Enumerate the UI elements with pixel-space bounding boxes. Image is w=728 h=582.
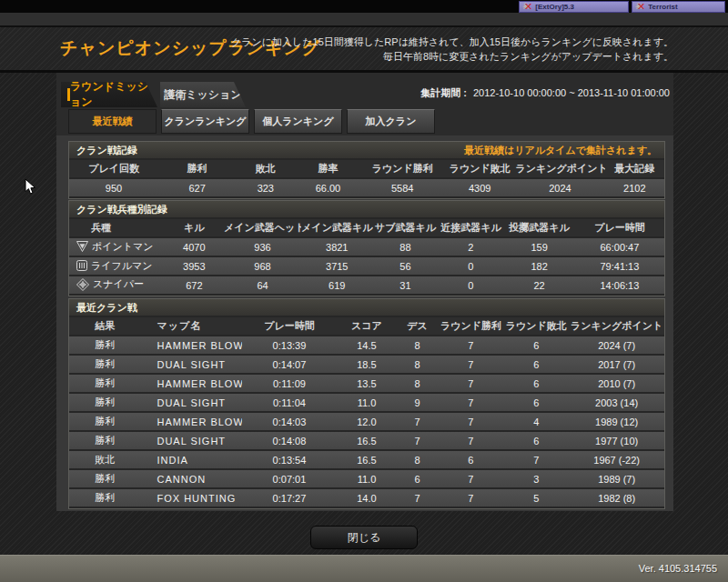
clan-war-row: 勝利 DUAL SIGHT 0:14:08 16.5 7 7 6 1977 (1… [69, 432, 664, 449]
col-main-weapon-headshots: メイン武器ヘッドショット [224, 219, 301, 236]
val-round-losses: 4309 [444, 179, 515, 196]
cell: 22 [503, 276, 574, 294]
class-name-cell: ライフルマン [69, 257, 165, 275]
cell-result: 勝利 [69, 336, 140, 354]
cell: 14:06:13 [575, 276, 664, 294]
cell: 3821 [301, 238, 372, 256]
cell: 31 [373, 276, 439, 294]
class-row-pointman: ポイントマン 4070 936 3821 88 2 159 66:00:47 [69, 238, 664, 256]
tab-round-mission[interactable]: ラウンドミッション [61, 82, 157, 107]
cell-round-losses: 6 [503, 375, 569, 392]
cell-deaths: 8 [397, 451, 439, 468]
cell: 2 [438, 238, 503, 256]
col-main-weapon-kills: メイン武器キル [301, 219, 372, 236]
cell-map-name: HAMMER BLOW [140, 336, 241, 354]
cell-result: 勝利 [69, 470, 140, 487]
clan-war-row: 勝利 CANNON 0:07:01 11.0 6 7 3 1989 (7) [69, 470, 664, 487]
cell-round-wins: 7 [438, 356, 503, 373]
cell-round-wins: 7 [438, 432, 503, 449]
cell-map-name: DUAL SIGHT [140, 432, 241, 449]
sub-tab-bar: 最近戦績 クランランキング 個人ランキング 加入クラン [68, 109, 435, 134]
cell-ranking-points: 1989 (7) [569, 470, 664, 487]
cell: 619 [301, 276, 372, 294]
cell-round-wins: 7 [438, 413, 503, 430]
cell-score: 11.0 [337, 394, 396, 411]
record-header-row: プレイ回数 勝利 敗北 勝率 ラウンド勝利 ラウンド敗北 ランキングポイント 最… [69, 160, 664, 177]
close-button[interactable]: 閉じる [310, 526, 418, 549]
cell: 0 [438, 276, 503, 294]
cell: 936 [224, 238, 301, 256]
cell-map-name: FOX HUNTING [140, 489, 241, 507]
rifleman-icon [76, 260, 87, 271]
aggregation-period-label: 集計期間 : [420, 87, 467, 98]
col-round-wins: ラウンド勝利 [438, 317, 503, 335]
col-result: 結果 [69, 317, 140, 335]
cell-deaths: 6 [397, 470, 439, 487]
cell-map-name: HAMMER BLOW [140, 375, 241, 392]
col-grenade-kills: 投擲武器キル [503, 219, 574, 236]
cell-ranking-points: 1967 (-22) [569, 451, 664, 468]
cell-map-name: CANNON [140, 470, 241, 487]
cell-map-name: DUAL SIGHT [140, 394, 241, 411]
col-kills: キル [165, 219, 224, 236]
hud-dead-player-badge: ☠ ✕ [ExtOry]5.3 [519, 1, 629, 13]
subtab-recent-results[interactable]: 最近戦績 [68, 109, 157, 134]
class-name-cell: スナイパー [69, 276, 165, 294]
cell-play-time: 0:14:07 [242, 356, 338, 373]
class-record-table: 兵種 キル メイン武器ヘッドショット メイン武器キル サブ武器キル 近接武器キル… [69, 217, 664, 296]
cell-deaths: 7 [397, 432, 439, 449]
cell-result: 勝利 [69, 394, 140, 411]
col-ranking-points: ランキングポイント [515, 160, 604, 177]
cell-ranking-points: 1982 (8) [569, 489, 664, 507]
cell-play-time: 0:11:09 [242, 375, 338, 392]
cell: 64 [224, 276, 301, 294]
class-record-section: クラン戦兵種別記録 兵種 キル メイン武器ヘッドショット メイン武器キル サブ武… [68, 200, 665, 296]
cell-round-wins: 6 [438, 451, 503, 468]
clan-war-record-table: プレイ回数 勝利 敗北 勝率 ラウンド勝利 ラウンド敗北 ランキングポイント 最… [69, 158, 664, 198]
cell-round-losses: 3 [503, 470, 569, 487]
cell-round-wins: 7 [438, 470, 503, 487]
subtab-player-ranking[interactable]: 個人ランキング [254, 109, 342, 134]
cell-deaths: 9 [397, 394, 439, 411]
section-title: クラン戦兵種別記録 [76, 203, 167, 216]
cell-result: 勝利 [69, 375, 140, 392]
cell-round-wins: 7 [438, 489, 503, 507]
cell: 3715 [301, 257, 372, 275]
pointman-icon [76, 241, 88, 252]
cell-round-wins: 7 [438, 394, 503, 411]
subtab-joined-clan[interactable]: 加入クラン [347, 109, 435, 134]
sniper-icon [76, 278, 89, 291]
cell-play-time: 0:13:54 [242, 451, 338, 468]
hud-dead-player-badge: ☠ ✕ Terrorist [632, 1, 725, 13]
clan-war-row: 勝利 FOX HUNTING 0:17:27 14.0 7 7 5 1982 (… [69, 489, 664, 507]
col-deaths: デス [397, 317, 439, 335]
cell-deaths: 7 [397, 489, 439, 507]
cell-deaths: 7 [397, 413, 439, 430]
cell-play-time: 0:07:01 [242, 470, 338, 487]
record-value-row: 950 627 323 66.00 5584 4309 2024 2102 [69, 179, 664, 196]
recent-clan-war-table: 結果 マップ名 プレー時間 スコア デス ラウンド勝利 ラウンド敗北 ランキング… [69, 316, 664, 508]
cell-map-name: DUAL SIGHT [140, 356, 241, 373]
cell-ranking-points: 2003 (14) [569, 394, 664, 411]
class-name: ポイントマン [92, 240, 154, 254]
cell-ranking-points: 1989 (12) [569, 413, 664, 430]
class-row-rifleman: ライフルマン 3953 968 3715 56 0 182 79:41:13 [69, 257, 664, 275]
val-ranking-points: 2024 [515, 179, 604, 196]
hud-player-name: Terrorist [648, 3, 677, 11]
clan-war-row: 勝利 DUAL SIGHT 0:11:04 11.0 9 7 6 2003 (1… [69, 394, 664, 411]
cell-map-name: INDIA [140, 451, 241, 468]
cell-score: 18.5 [337, 356, 396, 373]
cell-round-wins: 7 [438, 336, 503, 354]
cell-play-time: 0:14:08 [242, 432, 338, 449]
cell-round-losses: 6 [503, 432, 569, 449]
cell-round-wins: 7 [438, 375, 503, 392]
cell-round-losses: 4 [503, 413, 569, 430]
aggregation-period: 集計期間 : 2012-10-10 00:00:00 ~ 2013-11-10 … [420, 86, 670, 100]
subtab-clan-ranking[interactable]: クランランキング [161, 109, 249, 134]
col-losses: 敗北 [236, 160, 295, 177]
tab-escort-mission[interactable]: 護衛ミッション [160, 82, 246, 107]
cell-deaths: 8 [397, 375, 439, 392]
cell: 4070 [165, 238, 224, 256]
upper-divider-band [0, 13, 728, 27]
class-name: スナイパー [93, 277, 144, 291]
